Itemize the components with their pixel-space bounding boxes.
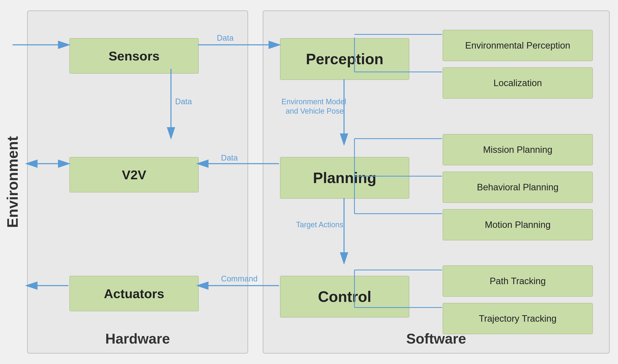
hardware-label: Hardware <box>105 330 170 347</box>
actuators-box: Actuators <box>69 276 199 311</box>
software-label: Software <box>406 330 466 347</box>
motion-planning-box: Motion Planning <box>443 209 593 240</box>
control-box: Control <box>280 276 409 317</box>
sensors-box: Sensors <box>69 38 199 74</box>
trajectory-tracking-box: Trajectory Tracking <box>443 303 593 334</box>
v2v-box: V2V <box>69 157 199 192</box>
planning-box: Planning <box>280 157 409 199</box>
perception-box: Perception <box>280 38 409 80</box>
env-perception-box: Environmental Perception <box>443 30 593 61</box>
hardware-section: Sensors V2V Actuators Hardware <box>27 10 248 354</box>
environment-label: Environment <box>0 0 25 364</box>
software-section: Perception Planning Control Environmenta… <box>263 10 610 354</box>
path-tracking-box: Path Tracking <box>443 265 593 297</box>
behavioral-planning-box: Behavioral Planning <box>443 172 593 203</box>
localization-box: Localization <box>443 67 593 99</box>
mission-planning-box: Mission Planning <box>443 134 593 165</box>
